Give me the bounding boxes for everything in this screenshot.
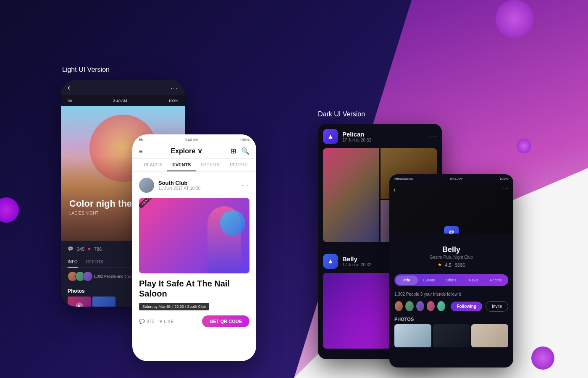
event-meta: Saturday Mar 4th / 22:30 / South Club xyxy=(139,303,209,310)
decorative-blob-mid-right xyxy=(517,139,531,153)
dark-more-button[interactable]: ··· xyxy=(503,186,509,191)
dark-photos-label: PHOTOS xyxy=(389,315,513,324)
light-back-nav: ‹ ··· xyxy=(61,80,185,95)
time: 3:40 AM xyxy=(184,138,198,142)
following-button[interactable]: Following xyxy=(451,302,482,311)
battery: 100% xyxy=(500,177,508,181)
dark-thumb-3[interactable] xyxy=(471,324,508,347)
venue-name-pelican: Pelican xyxy=(342,131,371,138)
featured-image[interactable]: FEATURED xyxy=(139,198,249,273)
dark-phone-front: MindStudios 9:41 AM 100% ‹ ··· B Belly G… xyxy=(389,174,513,368)
tab-offers[interactable]: OFFERS xyxy=(196,159,225,171)
tab-info[interactable]: Info xyxy=(396,276,418,285)
venue-date-belly: 17 Jun at 20:32 xyxy=(342,262,371,267)
status-bar: hb 3:40 AM 190% xyxy=(132,134,256,145)
dark-ui-label: Dark UI Version xyxy=(318,110,365,118)
avatar-3 xyxy=(83,271,93,281)
action-row: 💬 875 ♥ LIKE GET QR CODE xyxy=(139,315,249,327)
venue-more-pelican[interactable]: ··· xyxy=(430,134,437,139)
venue-date-pelican: 17 Jun at 20:32 xyxy=(342,138,371,142)
dark-thumb-2[interactable] xyxy=(433,324,470,347)
card-more[interactable]: ··· xyxy=(242,181,249,189)
dark-hero: ‹ ··· B xyxy=(389,183,513,234)
qr-code-button[interactable]: GET QR CODE xyxy=(202,315,249,327)
like-button[interactable]: ♥ LIKE xyxy=(159,319,173,324)
like-label: LIKE xyxy=(164,319,174,324)
author-date: 11 JUN 2017 AT 10:20 xyxy=(158,186,200,191)
tab-people[interactable]: PEOPLE xyxy=(225,159,253,171)
dark-photo-thumbs xyxy=(389,324,513,347)
venue-icon-pelican: ▲ xyxy=(323,129,338,144)
tab-news[interactable]: News xyxy=(462,276,485,285)
tab-photos[interactable]: Photos xyxy=(485,276,507,285)
heart-icon: ♥ xyxy=(88,247,91,252)
venue-photo-1[interactable] xyxy=(323,148,379,242)
author-name: South Club xyxy=(158,180,200,186)
comment-number: 875 xyxy=(147,319,154,324)
avatars xyxy=(68,271,90,281)
carrier: hb xyxy=(139,138,143,142)
light-phone-front: hb 3:40 AM 190% ≡ Explore ∨ ⊞ 🔍 PLACES E… xyxy=(132,134,256,361)
rating-row: ★ 4.5 $$$$ xyxy=(396,262,507,268)
dark-venue-name: Belly xyxy=(396,245,507,254)
dark-avatar-1 xyxy=(394,301,403,312)
author-avatar xyxy=(139,178,154,193)
more-button[interactable]: ··· xyxy=(171,84,178,91)
dark-venue-info: Belly Gastro Pub, Night Club ★ 4.5 $$$$ xyxy=(389,234,513,271)
people-text: 1,302 People and 3 yo... xyxy=(94,274,135,278)
decorative-blob-bottom-right xyxy=(531,346,554,370)
carrier: hb xyxy=(68,99,72,103)
featured-image-bg: FEATURED xyxy=(139,198,249,273)
battery: 190% xyxy=(240,138,249,142)
menu-icon[interactable]: ≡ xyxy=(139,148,142,155)
dark-avatar-4 xyxy=(426,301,435,312)
tab-offers[interactable]: Offers xyxy=(440,276,462,285)
top-nav: ≡ Explore ∨ ⊞ 🔍 xyxy=(132,145,256,159)
dark-thumb-1[interactable] xyxy=(394,324,431,347)
event-title: Play It Safe At The Nail Saloon xyxy=(139,278,249,299)
icon-row: ⊞ 🔍 xyxy=(231,147,249,155)
back-button[interactable]: ‹ xyxy=(68,83,70,92)
invite-button[interactable]: Invite xyxy=(486,301,508,312)
comment-icon: 💬 xyxy=(139,319,145,324)
event-author-row: South Club 11 JUN 2017 AT 10:20 ··· xyxy=(139,178,249,193)
colorful-overlay xyxy=(323,148,379,242)
comment-icon: 💬 xyxy=(68,246,74,252)
price-indicator: $$$$ xyxy=(455,262,465,268)
jewelry-shape xyxy=(220,210,245,236)
explore-button[interactable]: Explore ∨ xyxy=(171,147,202,155)
photo-thumb-2[interactable] xyxy=(92,297,116,307)
tab-events[interactable]: Events xyxy=(418,276,440,285)
venue-info-belly: Belly 17 Jun at 20:32 xyxy=(342,255,371,267)
venue-name-belly: Belly xyxy=(342,255,371,262)
dark-venue-type: Gastro Pub, Night Club xyxy=(396,255,507,260)
carrier: MindStudios xyxy=(394,177,413,181)
featured-badge: FEATURED xyxy=(139,198,160,209)
tab-info[interactable]: INFO xyxy=(68,260,78,268)
dark-avatars-row: Following Invite xyxy=(389,299,513,315)
likes-count: 786 xyxy=(94,247,102,252)
play-icon: ▶ xyxy=(76,302,83,307)
tab-offers[interactable]: OFFERS xyxy=(86,260,103,268)
tab-events[interactable]: EVENTS xyxy=(167,159,196,171)
rating-value: 4.5 xyxy=(445,262,452,268)
heart-icon: ♥ xyxy=(159,319,162,324)
status-bar: hb 3:40 AM 100% xyxy=(61,95,185,106)
comment-count: 💬 875 xyxy=(139,319,154,324)
comments-count: 345 xyxy=(77,247,84,252)
time: 9:41 AM xyxy=(450,177,462,181)
tab-places[interactable]: PLACES xyxy=(139,159,167,171)
dark-back-button[interactable]: ‹ xyxy=(394,186,396,193)
time: 3:40 AM xyxy=(113,99,127,103)
venue-info-pelican: Pelican 17 Jun at 20:32 xyxy=(342,131,371,142)
dark-avatar-3 xyxy=(416,301,425,312)
decorative-blob-top-right xyxy=(496,0,533,38)
search-icon[interactable]: 🔍 xyxy=(241,147,249,155)
belly-app-icon: B xyxy=(443,225,460,234)
star-icon: ★ xyxy=(438,262,442,268)
battery: 100% xyxy=(168,99,178,103)
photo-thumb-1[interactable]: ▶ xyxy=(68,297,91,307)
event-card: South Club 11 JUN 2017 AT 10:20 ··· FEAT… xyxy=(132,172,256,331)
dark-avatar-5 xyxy=(437,301,446,312)
grid-icon[interactable]: ⊞ xyxy=(231,147,236,155)
